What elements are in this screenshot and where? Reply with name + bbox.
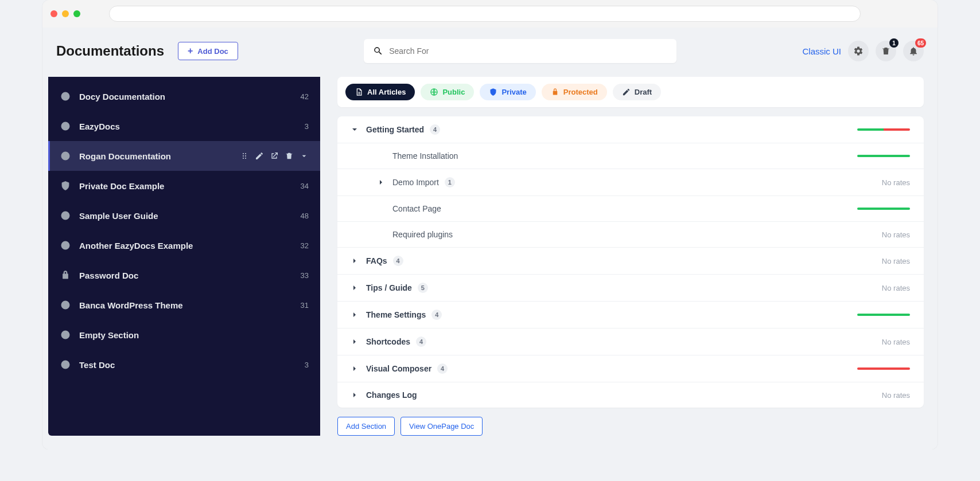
edit-icon (622, 88, 631, 96)
sidebar: Docy Documentation42EazyDocs3Rogan Docum… (48, 77, 320, 436)
external-link-icon[interactable] (270, 151, 279, 161)
minimize-window-icon[interactable] (62, 10, 69, 17)
sidebar-item[interactable]: EazyDocs3 (48, 111, 320, 141)
row-label: Changes Log (366, 390, 417, 400)
svg-point-5 (243, 155, 244, 157)
search-input[interactable] (389, 46, 667, 56)
sidebar-item[interactable]: Password Doc33 (48, 260, 320, 290)
filter-public[interactable]: Public (421, 84, 474, 100)
add-section-button[interactable]: Add Section (337, 417, 395, 436)
section-row[interactable]: FAQs4No rates (337, 247, 924, 274)
svg-point-6 (245, 155, 246, 157)
row-count-badge: 4 (430, 124, 440, 135)
trash-button[interactable]: 1 (876, 41, 896, 61)
caret-right-icon[interactable] (351, 392, 358, 398)
caret-right-icon[interactable] (351, 338, 358, 345)
caret-right-icon[interactable] (378, 179, 384, 186)
section-row[interactable]: Changes LogNo rates (337, 382, 924, 408)
close-window-icon[interactable] (50, 10, 57, 17)
shield-icon (489, 88, 497, 96)
sidebar-item-count: 31 (301, 301, 309, 310)
caret-right-icon[interactable] (351, 311, 358, 318)
filter-private[interactable]: Private (480, 84, 535, 100)
article-row[interactable]: Required pluginsNo rates (337, 221, 924, 247)
caret-right-icon[interactable] (351, 365, 358, 372)
lock-icon (60, 269, 71, 281)
classic-ui-link[interactable]: Classic UI (802, 46, 841, 56)
drag-icon[interactable] (240, 151, 249, 161)
row-count-badge: 4 (431, 310, 442, 320)
article-row[interactable]: Theme Installation (337, 143, 924, 169)
gear-icon (853, 46, 864, 56)
sidebar-item-count: 32 (301, 241, 309, 250)
sidebar-item-count: 48 (301, 212, 309, 220)
globe-icon (60, 91, 71, 102)
sidebar-item-label: Banca WordPress Theme (79, 300, 301, 310)
sidebar-item[interactable]: Sample User Guide48 (48, 201, 320, 230)
caret-down-icon[interactable] (351, 126, 358, 133)
trash-icon[interactable] (285, 151, 294, 161)
settings-button[interactable] (848, 41, 869, 61)
globe-icon (60, 120, 71, 132)
sidebar-item-count: 3 (305, 361, 309, 369)
filter-protected[interactable]: Protected (542, 84, 607, 100)
section-row[interactable]: Tips / Guide5No rates (337, 274, 924, 301)
url-bar[interactable] (109, 6, 861, 22)
no-rates-label: No rates (882, 257, 910, 265)
article-row[interactable]: Contact Page (337, 195, 924, 221)
notifications-badge: 65 (915, 38, 926, 48)
article-row[interactable]: Demo Import1No rates (337, 169, 924, 195)
row-count-badge: 5 (418, 283, 428, 293)
sidebar-item-label: Sample User Guide (79, 211, 301, 221)
row-label: Getting Started (366, 125, 424, 134)
plus-icon: + (188, 46, 193, 56)
row-label: Required plugins (392, 230, 453, 239)
filter-draft[interactable]: Draft (613, 84, 661, 100)
rating-bar (857, 128, 910, 131)
notifications-button[interactable]: 65 (903, 41, 924, 61)
sidebar-item[interactable]: Banca WordPress Theme31 (48, 290, 320, 320)
filter-all-articles[interactable]: All Articles (345, 84, 415, 100)
search-icon (373, 46, 383, 56)
maximize-window-icon[interactable] (73, 10, 80, 17)
sidebar-item[interactable]: Docy Documentation42 (48, 81, 320, 111)
sidebar-item[interactable]: Rogan Documentation (48, 141, 320, 171)
globe-icon (60, 299, 71, 311)
active-notch (320, 151, 325, 161)
edit-icon[interactable] (255, 151, 264, 161)
rating-bar (857, 155, 910, 157)
caret-right-icon[interactable] (351, 284, 358, 291)
globe-icon (430, 88, 438, 96)
section-row[interactable]: Theme Settings4 (337, 301, 924, 328)
sidebar-item[interactable]: Test Doc3 (48, 350, 320, 380)
sidebar-item-label: Rogan Documentation (79, 151, 240, 161)
add-doc-label: Add Doc (197, 47, 228, 56)
section-row[interactable]: Shortcodes4No rates (337, 328, 924, 355)
sidebar-item-count: 34 (301, 182, 309, 190)
caret-right-icon[interactable] (351, 257, 358, 264)
sidebar-item-label: Password Doc (79, 271, 301, 280)
sidebar-item[interactable]: Empty Section (48, 320, 320, 350)
traffic-lights (50, 10, 80, 17)
section-row[interactable]: Getting Started4 (337, 116, 924, 143)
section-row[interactable]: Visual Composer4 (337, 355, 924, 382)
browser-chrome (42, 0, 938, 28)
no-rates-label: No rates (882, 391, 910, 400)
row-count-badge: 1 (445, 177, 455, 187)
chevron-down-icon[interactable] (300, 151, 309, 161)
search-box[interactable] (364, 39, 676, 63)
view-onepage-button[interactable]: View OnePage Doc (400, 417, 483, 436)
sidebar-item[interactable]: Another EazyDocs Example32 (48, 230, 320, 260)
globe-icon (60, 210, 71, 221)
sidebar-item-label: Test Doc (79, 360, 305, 370)
add-doc-button[interactable]: + Add Doc (178, 42, 238, 60)
row-label: Theme Installation (392, 151, 458, 161)
sidebar-item-label: Docy Documentation (79, 92, 301, 101)
sidebar-item[interactable]: Private Doc Example34 (48, 171, 320, 201)
sidebar-item-actions (240, 151, 309, 161)
sidebar-item-label: Another EazyDocs Example (79, 241, 301, 251)
no-rates-label: No rates (882, 284, 910, 292)
shield-icon (60, 180, 71, 191)
sidebar-item-count: 3 (305, 122, 309, 131)
row-label: Contact Page (392, 204, 441, 213)
